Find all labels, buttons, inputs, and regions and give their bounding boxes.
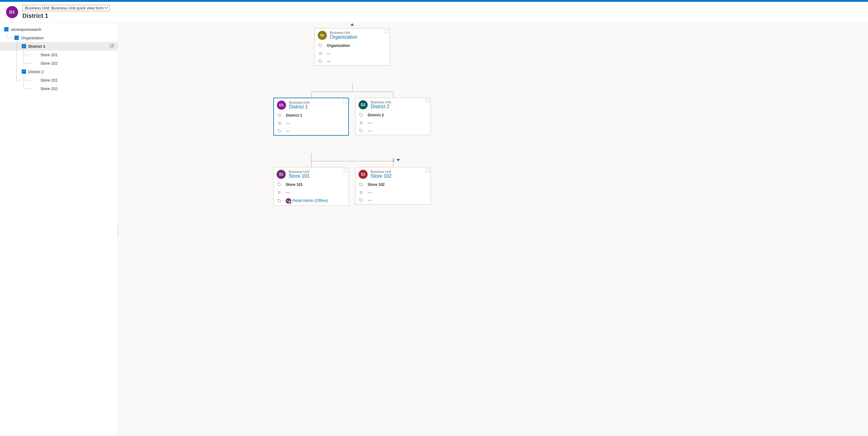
card-field-name: Organization [327,43,350,48]
tree-node-store-101[interactable]: · Store 101 [0,51,118,59]
record-title: District 1 [22,12,110,19]
hierarchy-canvas: Or Business Unit Organization Organizati… [118,23,602,264]
hierarchy-card-store-101[interactable]: S1 Business Unit Store 101 Store 101 ---… [273,167,349,206]
child-count-value: 2 [393,158,395,162]
record-header: D1 Business Unit: Business Unit quick vi… [0,2,868,22]
card-field-empty: --- [368,190,372,195]
tag-icon [277,199,281,203]
hierarchy-canvas-wrapper[interactable]: Or Business Unit Organization Organizati… [118,23,868,436]
tree-label: Store 101 [40,53,114,57]
card-avatar: S1 [277,170,286,179]
entity-name-link[interactable]: District 1 [289,104,309,110]
tree-label: storeopsresearch [11,27,114,32]
tag-icon [277,182,281,187]
connector [352,84,352,92]
card-field-empty: --- [368,121,372,125]
entity-type-label: Business Unit [371,170,392,173]
card-avatar: S1 [359,170,368,179]
tree-node-store-102[interactable]: · Store 102 [0,59,118,67]
entity-type-label: Business Unit [371,100,391,104]
tree-label: Store 202 [40,87,114,91]
card-avatar: D1 [277,101,286,110]
tag-icon [359,129,363,133]
tag-icon [359,113,363,117]
tree-node-district-2[interactable]: − District 2 [0,67,118,76]
tag-icon [359,182,363,187]
tree-node-root[interactable]: − storeopsresearch [0,25,118,34]
list-icon [278,121,282,125]
card-checkbox[interactable] [385,30,389,33]
hierarchy-card-district-1[interactable]: D1 Business Unit District 1 District 1 -… [273,98,349,136]
tag-icon [278,113,282,118]
tree-panel: − storeopsresearch − Organization − Dist… [0,23,118,436]
tree-node-organization[interactable]: − Organization [0,34,118,42]
tree-node-store-201[interactable]: · Store 201 [0,76,118,84]
entity-type-label: Business Unit [289,101,309,104]
tree-label: Store 201 [40,78,114,82]
collapse-icon[interactable]: − [4,27,8,31]
connector [311,92,393,92]
persona-avatar-icon: RA [286,198,291,204]
form-selector[interactable]: Business Unit: Business Unit quick view … [22,5,110,11]
card-avatar: D2 [359,100,368,109]
tag-icon [318,43,322,48]
entity-name-link[interactable]: Organization [330,34,358,40]
card-field-empty: --- [368,198,372,202]
entity-name-link[interactable]: Store 102 [371,173,392,179]
list-icon [359,121,363,125]
card-field-empty: --- [286,190,290,195]
connector [311,153,311,161]
open-record-icon[interactable] [110,44,114,49]
connector [393,92,393,98]
card-checkbox[interactable] [426,169,429,172]
card-field-empty: --- [286,129,290,133]
tag-icon [359,198,363,202]
tree-label: Store 102 [40,61,114,66]
card-checkbox[interactable] [344,169,347,172]
hierarchy-card-organization[interactable]: Or Business Unit Organization Organizati… [314,28,390,66]
card-field-name: District 2 [368,113,384,117]
workspace: − storeopsresearch − Organization − Dist… [0,22,868,436]
chevron-down-icon [104,5,108,10]
list-icon [359,190,363,195]
card-field-name: Store 101 [286,182,303,187]
collapse-icon[interactable]: − [22,69,26,74]
form-selector-label: Business Unit: Business Unit quick view … [25,6,103,10]
tag-icon [318,59,322,63]
hierarchy-card-store-102[interactable]: S1 Business Unit Store 102 Store 102 ---… [355,167,431,205]
entity-type-label: Business Unit [289,170,310,173]
child-count-toggle[interactable]: 2 [393,158,400,162]
connector [311,92,311,98]
card-field-name: District 1 [286,113,302,118]
entity-type-label: Business Unit [330,31,358,34]
card-field-empty: --- [327,52,331,56]
scroll-up-icon[interactable] [350,23,354,26]
tree-label: District 1 [28,44,110,48]
entity-name-link[interactable]: Store 101 [289,173,310,179]
collapse-icon[interactable]: − [14,36,19,40]
card-checkbox[interactable] [426,99,429,103]
card-field-admin[interactable]: RARetail Admin (Offline) [286,198,328,204]
collapse-icon[interactable]: − [22,44,26,48]
tree-label: District 2 [28,69,114,74]
tree-node-store-202[interactable]: · Store 202 [0,84,118,93]
tag-icon [278,129,282,133]
record-avatar: D1 [6,6,18,18]
card-avatar: Or [318,31,327,40]
hierarchy-card-district-2[interactable]: D2 Business Unit District 2 District 2 -… [355,98,431,135]
card-checkbox[interactable] [343,99,347,103]
card-field-empty: --- [327,59,331,63]
list-icon [318,52,322,56]
chevron-down-icon [396,159,400,161]
card-field-empty: --- [286,121,290,125]
connector [311,161,311,167]
card-field-name: Store 102 [368,182,384,187]
connector [311,161,393,161]
list-icon [277,190,281,195]
entity-name-link[interactable]: District 2 [371,104,391,109]
tree-label: Organization [21,36,114,40]
card-field-empty: --- [368,129,372,133]
